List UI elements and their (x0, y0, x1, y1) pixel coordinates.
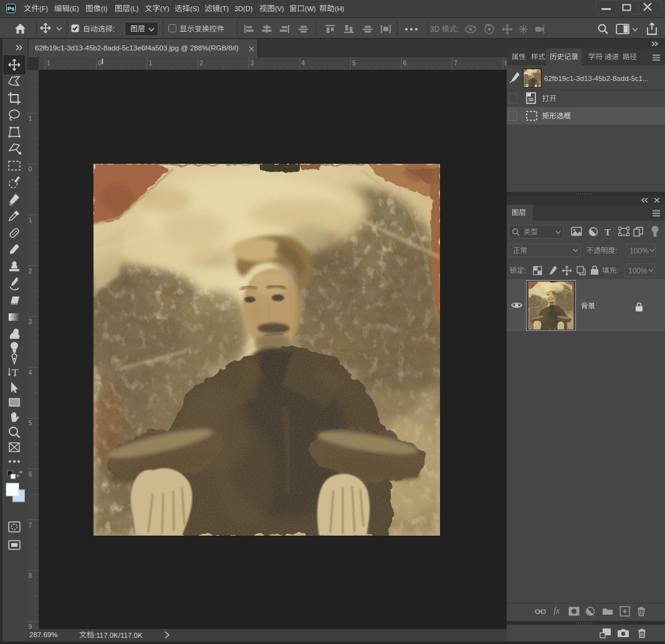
svg-text:3D(D): 3D(D) (234, 5, 252, 12)
svg-text:3D: 3D (430, 25, 440, 34)
svg-text:1: 1 (29, 115, 32, 122)
svg-text::: : (524, 267, 526, 274)
svg-text:(T): (T) (220, 5, 229, 12)
svg-text:(H): (H) (335, 5, 344, 12)
svg-text:0: 0 (98, 59, 102, 67)
svg-text:3: 3 (251, 59, 254, 67)
svg-text:(S): (S) (190, 5, 199, 12)
svg-text:4: 4 (301, 59, 305, 67)
svg-text:9: 9 (29, 623, 32, 629)
svg-text:7: 7 (29, 521, 32, 529)
svg-text::: : (113, 25, 115, 34)
svg-text:(I): (I) (101, 5, 107, 12)
svg-text:(W): (W) (305, 5, 316, 12)
svg-text:1: 1 (149, 59, 153, 67)
svg-text:3: 3 (29, 318, 32, 325)
svg-text::117.0K/117.0K: :117.0K/117.0K (94, 632, 143, 639)
svg-text::: : (457, 25, 459, 34)
svg-text:6: 6 (403, 59, 407, 67)
svg-text:2: 2 (29, 267, 32, 275)
svg-text:T: T (12, 367, 19, 379)
svg-text:(V): (V) (275, 5, 284, 12)
svg-text:4: 4 (29, 369, 32, 376)
svg-text:T: T (605, 227, 611, 237)
svg-text:(L): (L) (130, 5, 138, 12)
svg-text:1: 1 (29, 216, 32, 224)
svg-text:(Y): (Y) (160, 5, 170, 12)
svg-text:1: 1 (47, 59, 50, 67)
svg-text:7: 7 (454, 59, 457, 67)
svg-text:(F): (F) (39, 5, 48, 12)
svg-text::: : (615, 247, 617, 254)
svg-text:5: 5 (352, 59, 356, 67)
svg-text:8: 8 (29, 572, 32, 579)
svg-text:6: 6 (29, 470, 32, 478)
svg-text:(E): (E) (70, 5, 79, 12)
svg-text:5: 5 (29, 419, 32, 427)
svg-text:2: 2 (199, 59, 203, 67)
svg-text::: : (616, 267, 618, 274)
svg-text:0: 0 (29, 165, 32, 173)
